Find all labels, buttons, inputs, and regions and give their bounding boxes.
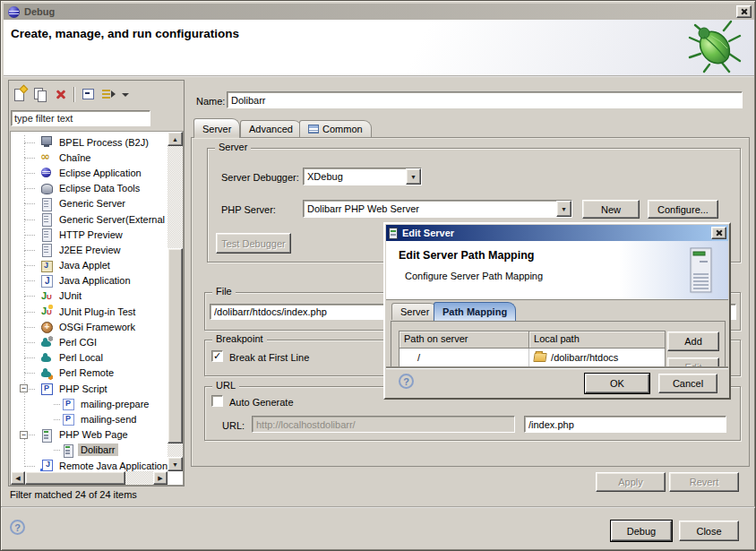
page-title: Create, manage, and run configurations <box>11 27 239 40</box>
server-debugger-select[interactable]: XDebug <box>303 168 422 185</box>
window-title: Debug <box>24 6 55 17</box>
table-row[interactable]: / /dolibarr/htdocs <box>399 349 665 366</box>
tree-item[interactable]: Chaîne <box>11 150 168 165</box>
dialog-tab-server[interactable]: Server <box>391 303 438 320</box>
local-path-cell: /dolibarr/htdocs <box>529 352 665 363</box>
filter-icon[interactable] <box>99 85 117 103</box>
tree-item[interactable]: Eclipse Application <box>11 165 168 180</box>
new-server-button[interactable]: New <box>582 200 640 219</box>
test-debugger-button[interactable]: Test Debugger <box>216 233 291 254</box>
dialog-title: Edit Server <box>402 228 454 238</box>
server-icon <box>39 212 54 226</box>
scrollbar-thumb[interactable] <box>168 248 183 443</box>
url-group-label: URL <box>212 380 239 391</box>
chevron-down-icon[interactable] <box>556 201 571 217</box>
tree-item[interactable]: mailing-send <box>11 411 168 426</box>
new-configuration-icon[interactable] <box>11 85 29 103</box>
dialog-help-icon[interactable] <box>399 374 414 389</box>
dialog-subheading: Configure Server Path Mapping <box>405 271 543 281</box>
perl-cgi-icon <box>39 336 54 349</box>
tree-item[interactable]: Java Application <box>11 273 168 288</box>
name-label: Name: <box>196 96 225 107</box>
tree-item[interactable]: Java Applet <box>11 258 168 273</box>
ok-button[interactable]: OK <box>585 374 649 393</box>
header-banner: Create, manage, and run configurations <box>4 20 754 75</box>
php-file-icon <box>61 397 75 410</box>
tree-item[interactable]: Dolibarr <box>11 443 168 458</box>
configurations-toolbar <box>11 82 133 106</box>
scroll-left-icon[interactable] <box>11 471 25 485</box>
break-first-line-label: Break at First Line <box>229 352 309 363</box>
window-close-button[interactable] <box>736 5 752 18</box>
tree-item[interactable]: J2EE Preview <box>11 242 168 257</box>
chevron-down-icon[interactable] <box>406 168 421 185</box>
debug-button[interactable]: Debug <box>611 521 672 541</box>
filter-input[interactable] <box>11 110 150 126</box>
collapse-all-icon[interactable] <box>79 85 97 103</box>
duplicate-icon[interactable] <box>31 85 49 103</box>
dropdown-caret-icon[interactable] <box>120 85 131 103</box>
tree-item[interactable]: HTTP Preview <box>11 227 168 242</box>
file-group-label: File <box>212 286 236 297</box>
tree-horizontal-scrollbar[interactable] <box>11 471 168 485</box>
scroll-up-icon[interactable] <box>168 132 183 146</box>
cancel-button[interactable]: Cancel <box>658 374 717 393</box>
auto-generate-checkbox[interactable] <box>211 395 223 407</box>
tree-vertical-scrollbar[interactable] <box>168 132 183 471</box>
help-icon[interactable] <box>10 520 25 535</box>
tree-item[interactable]: OSGi Framework <box>11 319 168 334</box>
configure-button[interactable]: Configure... <box>648 200 718 219</box>
tab-server[interactable]: Server <box>193 118 240 138</box>
php-web-icon <box>39 428 54 442</box>
perl-remote-icon <box>39 366 54 380</box>
tree-item[interactable]: Generic Server <box>11 196 168 211</box>
collapse-expander-icon[interactable]: − <box>20 384 28 392</box>
dialog-body: Server Path Mapping Path on server Local… <box>386 301 728 397</box>
eclipse-icon <box>39 166 54 179</box>
tree-rows: BPEL Process (B2J) Chaîne Eclipse Applic… <box>11 132 168 471</box>
table-header: Path on server Local path <box>399 331 665 349</box>
database-icon <box>39 182 54 195</box>
tab-advanced[interactable]: Advanced <box>240 120 302 137</box>
scroll-down-icon[interactable] <box>168 457 183 471</box>
close-button[interactable]: Close <box>679 521 739 541</box>
collapse-expander-icon[interactable]: − <box>20 431 28 439</box>
dialog-close-button[interactable] <box>711 227 726 239</box>
php-file-icon <box>61 412 75 426</box>
delete-icon[interactable] <box>52 85 70 103</box>
apply-button[interactable]: Apply <box>596 472 666 492</box>
dialog-button-bar: OK Cancel <box>386 366 728 397</box>
url-path-input[interactable] <box>524 416 726 433</box>
debug-bug-icon <box>684 20 743 73</box>
tab-common[interactable]: Common <box>299 120 372 137</box>
dialog-header: Edit Server Path Mapping Configure Serve… <box>386 241 728 300</box>
toolbar-separator <box>73 87 75 102</box>
scrollbar-thumb[interactable] <box>25 471 125 485</box>
tree-item[interactable]: Perl Local <box>11 350 168 366</box>
tree-item[interactable]: Perl CGI <box>11 334 168 349</box>
server-icon <box>389 228 398 239</box>
server-icon <box>39 228 54 241</box>
tree-item[interactable]: JUnit Plug-in Test <box>11 304 168 319</box>
server-icon <box>39 197 54 211</box>
tree-item[interactable]: Remote Java Application <box>11 458 168 471</box>
break-first-line-checkbox[interactable] <box>211 350 223 362</box>
add-mapping-button[interactable]: Add <box>667 331 719 351</box>
dialog-tab-path-mapping[interactable]: Path Mapping <box>434 302 516 321</box>
tree-item[interactable]: Perl Remote <box>11 366 168 381</box>
url-label: URL: <box>222 420 245 431</box>
tree-item[interactable]: Generic Server(External La <box>11 211 168 227</box>
table-icon <box>308 125 319 133</box>
tree-item[interactable]: JUnit <box>11 288 168 304</box>
tree-item[interactable]: − PHP Script <box>11 381 168 396</box>
tree-item[interactable]: − PHP Web Page <box>11 427 168 443</box>
column-path-on-server[interactable]: Path on server <box>399 331 529 349</box>
tree-item[interactable]: BPEL Process (B2J) <box>11 134 168 150</box>
tree-item[interactable]: mailing-prepare <box>11 396 168 411</box>
column-local-path[interactable]: Local path <box>529 331 665 349</box>
php-server-select[interactable]: Dolibarr PHP Web Server <box>303 200 572 218</box>
name-input[interactable] <box>227 91 743 108</box>
scroll-right-icon[interactable] <box>153 471 168 485</box>
revert-button[interactable]: Revert <box>669 472 739 492</box>
tree-item[interactable]: Eclipse Data Tools <box>11 181 168 196</box>
